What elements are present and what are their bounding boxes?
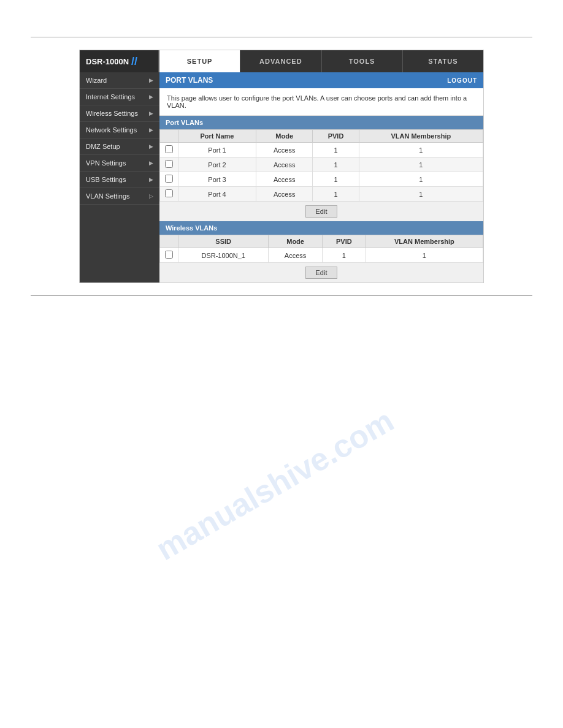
sidebar-arrow-usb: ▶ (149, 176, 153, 183)
port-vlans-col-membership: VLAN Membership (359, 130, 483, 143)
port-vlans-col-pvid: PVID (313, 130, 359, 143)
sidebar-item-wizard[interactable]: Wizard ▶ (80, 72, 159, 89)
sidebar-item-internet[interactable]: Internet Settings ▶ (80, 89, 159, 105)
port-vlans-pvid-3: 1 (313, 187, 359, 202)
port-vlans-portname-0: Port 1 (178, 143, 256, 157)
port-vlans-mode-1: Access (256, 157, 312, 172)
wireless-vlans-ssid-0: DSR-1000N_1 (178, 248, 269, 263)
logout-button[interactable]: LOGOUT (447, 77, 477, 84)
port-vlans-portname-3: Port 4 (178, 187, 256, 202)
port-vlans-check-2[interactable] (160, 172, 178, 187)
wireless-vlans-row: DSR-1000N_1 Access 1 1 (160, 248, 483, 263)
sidebar-item-vlan[interactable]: VLAN Settings ▷ (80, 188, 159, 205)
sidebar-item-vpn[interactable]: VPN Settings ▶ (80, 155, 159, 172)
port-vlans-portname-2: Port 3 (178, 172, 256, 187)
port-vlans-check-3[interactable] (160, 187, 178, 202)
wireless-vlans-table: SSID Mode PVID (159, 235, 483, 263)
wireless-vlans-membership-0: 1 (366, 248, 483, 263)
tab-setup[interactable]: SETUP (159, 50, 240, 72)
port-vlans-edit-row: Edit (159, 202, 483, 221)
sidebar-item-network[interactable]: Network Settings ▶ (80, 122, 159, 138)
sidebar-arrow-wireless: ▶ (149, 110, 153, 116)
wireless-vlans-col-mode: Mode (269, 235, 322, 248)
sidebar-arrow-internet: ▶ (149, 94, 153, 100)
wireless-vlans-col-membership: VLAN Membership (366, 235, 483, 248)
port-vlans-edit-button[interactable]: Edit (305, 205, 338, 218)
port-vlans-membership-2: 1 (359, 172, 483, 187)
sidebar: Wizard ▶ Internet Settings ▶ Wireless Se… (80, 72, 159, 282)
port-vlans-membership-3: 1 (359, 187, 483, 202)
port-vlans-mode-0: Access (256, 143, 312, 157)
wireless-vlans-edit-button[interactable]: Edit (305, 267, 338, 279)
wireless-vlans-section: Wireless VLANs SSID (159, 221, 483, 282)
port-vlans-check-1[interactable] (160, 157, 178, 172)
top-nav: SETUP ADVANCED TOOLS STATUS (159, 50, 483, 72)
wireless-vlans-mode-0: Access (269, 248, 322, 263)
wireless-vlans-pvid-0: 1 (322, 248, 366, 263)
tab-status[interactable]: STATUS (403, 50, 483, 72)
port-vlans-membership-1: 1 (359, 157, 483, 172)
sidebar-arrow-dmz: ▶ (149, 143, 153, 150)
port-vlans-pvid-1: 1 (313, 157, 359, 172)
brand-name: DSR-1000N (86, 57, 129, 66)
wireless-vlans-header: Wireless VLANs (159, 221, 483, 235)
port-vlans-col-check (160, 130, 178, 143)
sidebar-item-dmz[interactable]: DMZ Setup ▶ (80, 138, 159, 155)
port-vlans-membership-0: 1 (359, 143, 483, 157)
port-vlans-pvid-0: 1 (313, 143, 359, 157)
port-vlans-mode-2: Access (256, 172, 312, 187)
brand-logo: DSR-1000N // (80, 50, 159, 72)
port-vlans-header: Port VLANs (159, 116, 483, 129)
sidebar-arrow-vpn: ▶ (149, 160, 153, 166)
port-vlans-row: Port 4 Access 1 1 (160, 187, 483, 202)
port-vlans-portname-1: Port 2 (178, 157, 256, 172)
sidebar-item-usb[interactable]: USB Settings ▶ (80, 172, 159, 188)
port-vlans-col-portname: Port Name (178, 130, 256, 143)
port-vlans-row: Port 2 Access 1 1 (160, 157, 483, 172)
port-vlans-row: Port 1 Access 1 1 (160, 143, 483, 157)
wireless-vlans-col-pvid: PVID (322, 235, 366, 248)
brand-slash: // (131, 55, 137, 68)
tab-advanced[interactable]: ADVANCED (240, 50, 321, 72)
port-vlans-section: Port VLANs Port Name (159, 116, 483, 221)
watermark: manualshive.com (150, 402, 400, 567)
page-header: PORT VLANS LOGOUT (159, 72, 483, 88)
content-sections: Port VLANs Port Name (159, 116, 483, 282)
sidebar-arrow-network: ▶ (149, 127, 153, 133)
port-vlans-col-mode: Mode (256, 130, 312, 143)
main-area: Wizard ▶ Internet Settings ▶ Wireless Se… (80, 72, 483, 282)
port-vlans-row: Port 3 Access 1 1 (160, 172, 483, 187)
wireless-vlans-check-0[interactable] (160, 248, 178, 263)
sidebar-arrow-vlan: ▷ (149, 193, 153, 199)
page-description: This page allows user to configure the p… (159, 88, 483, 116)
header-bar: DSR-1000N // SETUP ADVANCED TOOLS STATUS (80, 50, 483, 72)
page-title: PORT VLANS (166, 76, 213, 85)
content-panel: PORT VLANS LOGOUT This page allows user … (159, 72, 483, 282)
wireless-vlans-col-ssid: SSID (178, 235, 269, 248)
port-vlans-pvid-2: 1 (313, 172, 359, 187)
wireless-vlans-edit-row: Edit (159, 263, 483, 282)
port-vlans-mode-3: Access (256, 187, 312, 202)
tab-tools[interactable]: TOOLS (322, 50, 403, 72)
port-vlans-check-0[interactable] (160, 143, 178, 157)
sidebar-item-wireless[interactable]: Wireless Settings ▶ (80, 105, 159, 122)
sidebar-arrow-wizard: ▶ (149, 77, 153, 83)
wireless-vlans-col-check (160, 235, 178, 248)
port-vlans-table: Port Name Mode PVID (159, 129, 483, 202)
